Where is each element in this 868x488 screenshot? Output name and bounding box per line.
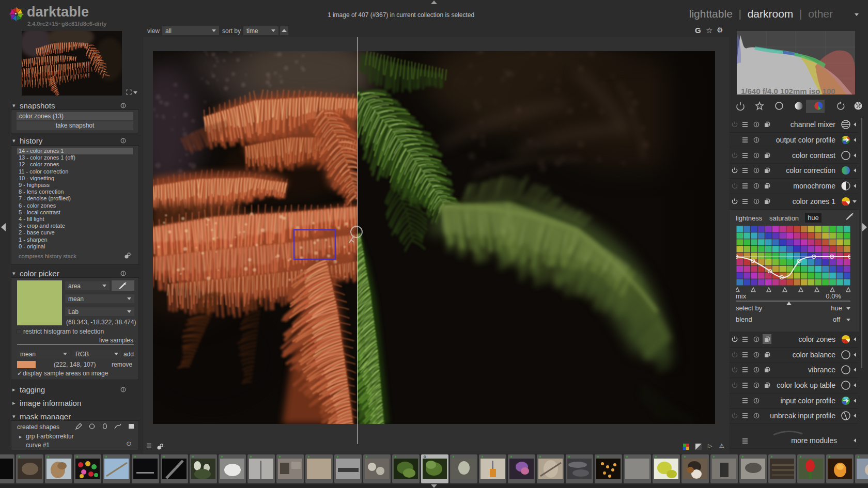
svg-text:1/640 f/4.0 102mm iso 100: 1/640 f/4.0 102mm iso 100	[741, 87, 835, 95]
